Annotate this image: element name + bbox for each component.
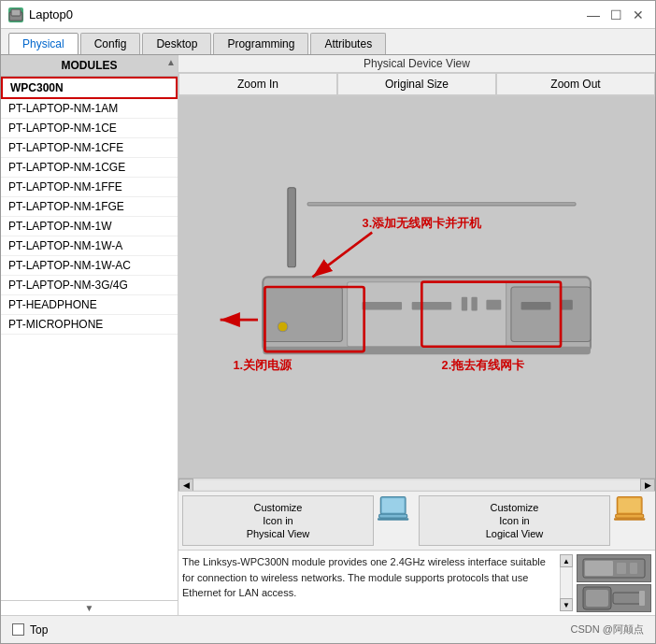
tab-programming[interactable]: Programming [213, 33, 308, 54]
svg-rect-8 [363, 302, 403, 310]
maximize-button[interactable]: ☐ [606, 6, 625, 24]
module-item-nm1cfe[interactable]: PT-LAPTOP-NM-1CFE [1, 138, 178, 158]
svg-text:3.添加无线网卡并开机: 3.添加无线网卡并开机 [363, 216, 483, 230]
customize-physical-line1: Customize [254, 502, 303, 513]
module-item-nm1ffe[interactable]: PT-LAPTOP-NM-1FFE [1, 178, 178, 197]
customize-logical-line1: Customize [491, 502, 539, 513]
device-view-area[interactable]: 3.添加无线网卡并开机 1.关闭电源 2.拖去有线网卡 [178, 96, 655, 478]
scroll-right-button[interactable]: ▶ [640, 479, 655, 492]
module-item-nm1ce[interactable]: PT-LAPTOP-NM-1CE [1, 119, 178, 138]
footer-left: Top [12, 623, 48, 637]
svg-rect-5 [263, 287, 342, 341]
zoom-in-button[interactable]: Zoom In [178, 73, 337, 95]
module-item-nm1cge[interactable]: PT-LAPTOP-NM-1CGE [1, 158, 178, 178]
description-text: The Linksys-WPC300N module provides one … [182, 554, 556, 611]
minimize-button[interactable]: — [584, 6, 603, 24]
top-checkbox[interactable] [12, 623, 24, 636]
svg-rect-3 [288, 188, 296, 267]
scroll-up-icon: ▲ [166, 57, 176, 67]
module-image-1 [577, 554, 651, 582]
module-item-headphone[interactable]: PT-HEADPHONE [1, 295, 178, 315]
module-images [577, 554, 651, 611]
svg-text:1.关闭电源: 1.关闭电源 [233, 358, 292, 372]
customize-physical-line2: Icon in [263, 515, 292, 526]
module-item-microphone[interactable]: PT-MICROPHONE [1, 315, 178, 335]
horizontal-scrollbar[interactable]: ◀ ▶ [178, 478, 655, 491]
laptop-visual: 3.添加无线网卡并开机 1.关闭电源 2.拖去有线网卡 [178, 96, 655, 478]
scroll-track [193, 480, 640, 490]
svg-rect-14 [521, 302, 551, 310]
svg-rect-31 [616, 514, 644, 518]
svg-rect-40 [639, 591, 645, 606]
svg-rect-27 [379, 514, 407, 518]
close-button[interactable]: ✕ [629, 6, 648, 24]
desc-scroll-up-button[interactable]: ▲ [560, 554, 573, 567]
customize-logical-button[interactable]: Customize Icon in Logical View [419, 495, 610, 546]
module-item-nm1fge[interactable]: PT-LAPTOP-NM-1FGE [1, 197, 178, 217]
customize-physical-line3: Physical View [247, 528, 310, 539]
module-item-nm1w[interactable]: PT-LAPTOP-NM-1W [1, 217, 178, 236]
module-item-nm1wa[interactable]: PT-LAPTOP-NM-1W-A [1, 236, 178, 256]
tab-desktop[interactable]: Desktop [142, 33, 211, 54]
desc-scroll-down-button[interactable]: ▼ [560, 598, 573, 611]
device-view-header: Physical Device View [178, 55, 655, 73]
desc-scroll-track [560, 567, 573, 598]
svg-rect-15 [561, 300, 573, 310]
footer-bar: Top CSDN @阿颠点 [1, 615, 655, 643]
sidebar: MODULES ▲ WPC300N PT-LAPTOP-NM-1AM PT-LA… [1, 55, 178, 615]
tabs-bar: Physical Config Desktop Programming Attr… [1, 29, 655, 55]
watermark: CSDN @阿颠点 [571, 623, 644, 637]
laptop-physical-svg [378, 493, 415, 526]
description-area: The Linksys-WPC300N module provides one … [178, 550, 655, 615]
customize-physical-button[interactable]: Customize Icon in Physical View [182, 495, 374, 546]
laptop-logical-icon [614, 495, 651, 523]
tab-attributes[interactable]: Attributes [310, 33, 386, 54]
svg-text:2.拖去有线网卡: 2.拖去有线网卡 [442, 358, 526, 372]
svg-rect-26 [382, 498, 404, 512]
module-image-2 [577, 584, 651, 612]
svg-rect-10 [462, 297, 467, 311]
tab-physical[interactable]: Physical [8, 33, 78, 55]
svg-rect-1 [11, 9, 21, 16]
window-icon [8, 7, 23, 22]
main-window: Laptop0 — ☐ ✕ Physical Config Desktop Pr… [0, 0, 656, 644]
right-panel: Physical Device View Zoom In Original Si… [178, 55, 655, 615]
svg-rect-35 [617, 563, 626, 574]
svg-rect-11 [471, 297, 477, 311]
title-controls: — ☐ ✕ [584, 6, 648, 24]
svg-rect-13 [511, 287, 591, 341]
module-item-wpc300n[interactable]: WPC300N [1, 77, 178, 99]
zoom-out-button[interactable]: Zoom Out [496, 73, 655, 95]
title-bar-left: Laptop0 [8, 7, 73, 22]
window-title: Laptop0 [29, 7, 73, 21]
laptop-logical-svg [614, 493, 651, 526]
svg-rect-7 [348, 282, 506, 347]
bottom-buttons: Customize Icon in Physical View Customiz… [178, 491, 655, 550]
svg-rect-32 [614, 518, 645, 521]
modules-label: MODULES [62, 59, 118, 72]
original-size-button[interactable]: Original Size [337, 73, 496, 95]
svg-rect-38 [586, 590, 608, 607]
main-content: MODULES ▲ WPC300N PT-LAPTOP-NM-1AM PT-LA… [1, 55, 655, 615]
description-scrollbar[interactable]: ▲ ▼ [560, 554, 573, 611]
svg-rect-28 [378, 518, 408, 521]
laptop-physical-icon [378, 495, 415, 523]
svg-rect-36 [630, 563, 637, 574]
svg-rect-2 [307, 203, 576, 206]
svg-rect-9 [412, 302, 452, 310]
tab-config[interactable]: Config [80, 33, 141, 54]
customize-logical-line2: Icon in [499, 515, 529, 526]
scroll-left-button[interactable]: ◀ [178, 479, 193, 492]
svg-rect-39 [613, 593, 643, 604]
svg-line-20 [312, 233, 372, 278]
module-item-nm1am[interactable]: PT-LAPTOP-NM-1AM [1, 99, 178, 119]
sidebar-header: MODULES ▲ [1, 55, 178, 77]
svg-rect-30 [619, 498, 640, 512]
module-item-nm3g4g[interactable]: PT-LAPTOP-NM-3G/4G [1, 276, 178, 295]
svg-rect-12 [486, 300, 501, 310]
svg-point-6 [278, 322, 288, 332]
scroll-down-icon: ▼ [1, 600, 178, 615]
title-bar: Laptop0 — ☐ ✕ [1, 1, 655, 29]
module-item-nm1wac[interactable]: PT-LAPTOP-NM-1W-AC [1, 256, 178, 276]
modules-list[interactable]: WPC300N PT-LAPTOP-NM-1AM PT-LAPTOP-NM-1C… [1, 77, 178, 600]
